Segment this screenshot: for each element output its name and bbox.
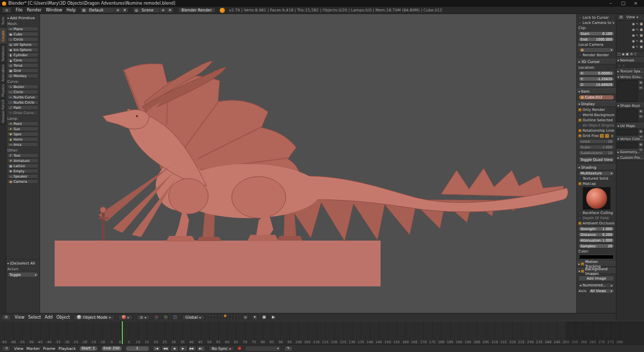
- ground-plane[interactable]: [55, 241, 381, 286]
- render-engine-select[interactable]: Blender Render: [178, 7, 216, 13]
- snap-magnet-icon[interactable]: ∪: [243, 315, 248, 320]
- add-primitive-button[interactable]: ◁ Speaker: [7, 174, 39, 179]
- checkbox[interactable]: [622, 64, 625, 67]
- grid-scale-slider[interactable]: Scale:1.000: [578, 145, 614, 149]
- visibility-eye-icon[interactable]: ◉: [632, 28, 635, 32]
- list-box[interactable]: [617, 80, 638, 102]
- selectable-arrow-icon[interactable]: ↖: [636, 33, 638, 37]
- insert-keyframe-button[interactable]: ✎: [284, 346, 293, 351]
- tab-animation[interactable]: Animation: [0, 63, 6, 83]
- add-primitive-button[interactable]: ✎ Draw Curve: [7, 110, 39, 115]
- list-box[interactable]: [617, 129, 638, 135]
- props-panel-header[interactable]: Normals: [616, 57, 644, 63]
- add-primitive-button[interactable]: ▼ Spot: [7, 132, 39, 136]
- add-primitive-button[interactable]: ▣ Camera: [7, 179, 39, 184]
- layer-toggle[interactable]: [211, 318, 214, 320]
- add-primitive-button[interactable]: ▮ Cylinder: [7, 53, 39, 57]
- outliner-view-menu[interactable]: View: [626, 15, 635, 19]
- layer-toggle[interactable]: [214, 318, 217, 320]
- only-render-row[interactable]: Only Render: [578, 107, 615, 112]
- add-button[interactable]: +: [638, 142, 643, 147]
- all-object-origins-row[interactable]: All Object Origins: [578, 123, 615, 128]
- outliner-row[interactable]: ◉↖▣: [616, 44, 644, 49]
- render-camera-icon[interactable]: ▣: [640, 33, 643, 37]
- selectable-arrow-icon[interactable]: ↖: [636, 39, 638, 43]
- layer-toggle[interactable]: [236, 318, 239, 320]
- toggle-quad-view-button[interactable]: Toggle Quad View: [578, 157, 614, 162]
- outliner-row[interactable]: ◉↖▣: [616, 38, 644, 44]
- grid-subdivisions-slider[interactable]: Subdivisions:10: [578, 150, 614, 155]
- layer-toggle[interactable]: [227, 318, 230, 320]
- tab-create[interactable]: Create: [0, 28, 6, 44]
- editor-type-button[interactable]: ≡: [2, 7, 11, 13]
- add-primitive-button[interactable]: ▭ Area: [7, 142, 39, 147]
- add-scene-button[interactable]: +: [159, 8, 166, 12]
- menu-file[interactable]: File: [16, 8, 22, 12]
- editor-type-button[interactable]: ⊞: [2, 315, 11, 320]
- ao-strength-slider[interactable]: Strength:1.000: [578, 227, 614, 231]
- matcap-row[interactable]: Matcap: [578, 181, 615, 186]
- render-still-button[interactable]: ▣: [261, 315, 267, 320]
- layer-toggle[interactable]: [218, 318, 220, 320]
- motion-tracking-checkbox[interactable]: [581, 262, 584, 266]
- add-menu[interactable]: Add: [45, 315, 53, 320]
- next-keyframe-button[interactable]: ▶▶: [188, 346, 196, 351]
- tab-physics[interactable]: Physics: [0, 83, 6, 98]
- add-primitive-button[interactable]: ▣ Cube: [7, 32, 39, 36]
- tab-object-data-icon[interactable]: ▽: [634, 52, 637, 56]
- viewport-shading-dropdown[interactable]: [118, 315, 133, 320]
- tab-grease-pencil[interactable]: Grease Pencil: [0, 98, 6, 124]
- browse-layouts-icon[interactable]: ▤: [81, 8, 87, 12]
- selectable-arrow-icon[interactable]: ↖: [636, 45, 638, 49]
- manipulator-translate-icon[interactable]: +: [154, 315, 159, 320]
- add-primitive-button[interactable]: ◍ UV Sphere: [7, 42, 39, 47]
- keying-set-dropdown[interactable]: [245, 346, 281, 351]
- ao-attenuation-slider[interactable]: Attenuation:1.000: [578, 238, 614, 243]
- cursor-z-field[interactable]: Z:15.68929: [578, 82, 614, 87]
- layer-toggle[interactable]: [211, 315, 214, 317]
- clip-start-slider[interactable]: Start:0.100: [578, 31, 614, 36]
- outline-selected-row[interactable]: Outline Selected: [578, 118, 615, 123]
- layer-toggle[interactable]: [208, 315, 211, 317]
- add-primitive-button[interactable]: ☺ Monkey: [7, 73, 39, 78]
- add-primitive-button[interactable]: ≈ Nurbs Curve: [7, 95, 39, 99]
- visibility-eye-icon[interactable]: ◉: [632, 22, 635, 26]
- add-primitive-button[interactable]: Ψ Armature: [7, 158, 39, 163]
- cursor-y-field[interactable]: Y:-1.25635: [578, 77, 614, 81]
- layer-toggle[interactable]: [221, 315, 223, 317]
- clip-end-slider[interactable]: End:1000.000: [578, 37, 614, 42]
- ao-distance-slider[interactable]: Distance:0.200: [578, 232, 614, 237]
- menu-render[interactable]: Render: [27, 8, 41, 12]
- menu-help[interactable]: Help: [66, 8, 75, 12]
- grid-floor-row[interactable]: Grid Floor X Y Z: [578, 133, 615, 139]
- axis-dropdown[interactable]: All Views: [588, 288, 614, 294]
- close-button[interactable]: ×: [629, 0, 642, 7]
- timeline-view-menu[interactable]: View: [14, 346, 23, 351]
- ambient-occlusion-row[interactable]: Ambient Occlusion: [578, 221, 615, 226]
- tab-world-icon[interactable]: ◉: [622, 52, 625, 56]
- object-menu[interactable]: Object: [56, 315, 70, 320]
- visibility-eye-icon[interactable]: ◉: [632, 33, 635, 37]
- layer-toggle[interactable]: [230, 318, 233, 320]
- view-menu[interactable]: View: [15, 315, 24, 320]
- add-primitive-button[interactable]: ✚ Empty: [7, 169, 39, 173]
- object-name-field[interactable]: ▣Cube.012: [578, 95, 614, 100]
- add-primitive-button[interactable]: ○ Circle: [7, 90, 39, 94]
- shading-mode-dropdown[interactable]: Multitexture: [578, 171, 614, 176]
- add-primitive-button[interactable]: ◉ Ico Sphere: [7, 47, 39, 52]
- depth-of-field-row[interactable]: Depth Of Field: [578, 216, 615, 221]
- textured-solid-row[interactable]: Textured Solid: [578, 176, 615, 181]
- current-frame-field[interactable]: 1: [125, 346, 149, 351]
- grid-x-toggle[interactable]: X: [600, 134, 604, 138]
- cursor-x-field[interactable]: X:0.00001: [578, 71, 614, 76]
- browse-scenes-icon[interactable]: ◍: [133, 8, 140, 12]
- scene-name[interactable]: Scene: [140, 8, 159, 12]
- render-border-row[interactable]: Render Border: [578, 53, 615, 58]
- maximize-button[interactable]: □: [617, 0, 629, 7]
- add-primitive-panel-header[interactable]: Add Primitive: [7, 16, 39, 20]
- minimize-button[interactable]: –: [604, 0, 617, 7]
- add-primitive-button[interactable]: ◗ Hemi: [7, 137, 39, 142]
- add-button[interactable]: +: [638, 109, 643, 114]
- tab-modifiers-icon[interactable]: ⚙: [630, 52, 633, 56]
- panel-header-shading[interactable]: Shading: [577, 165, 616, 170]
